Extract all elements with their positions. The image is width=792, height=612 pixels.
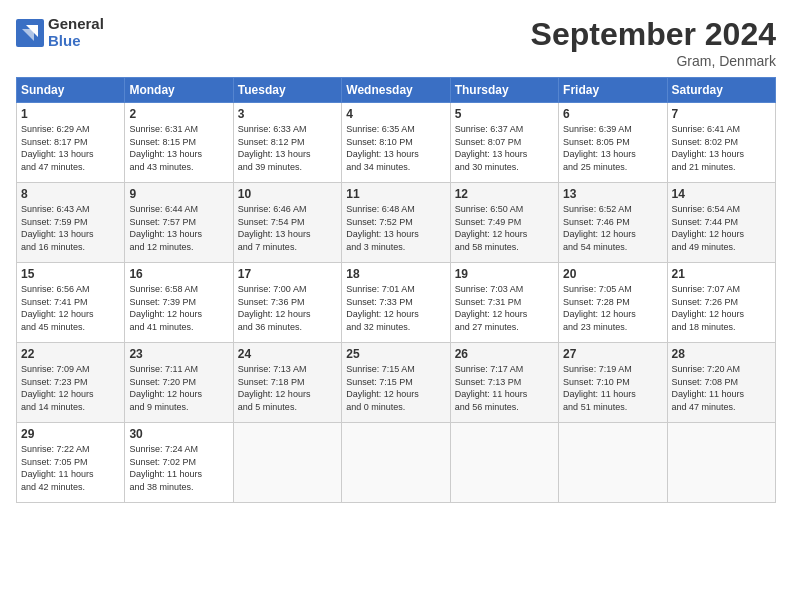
day-cell: 26Sunrise: 7:17 AM Sunset: 7:13 PM Dayli…: [450, 343, 558, 423]
day-info: Sunrise: 7:07 AM Sunset: 7:26 PM Dayligh…: [672, 283, 771, 333]
day-cell: 21Sunrise: 7:07 AM Sunset: 7:26 PM Dayli…: [667, 263, 775, 343]
week-row-0: 1Sunrise: 6:29 AM Sunset: 8:17 PM Daylig…: [17, 103, 776, 183]
day-cell: 6Sunrise: 6:39 AM Sunset: 8:05 PM Daylig…: [559, 103, 667, 183]
day-cell: 28Sunrise: 7:20 AM Sunset: 7:08 PM Dayli…: [667, 343, 775, 423]
day-cell: 19Sunrise: 7:03 AM Sunset: 7:31 PM Dayli…: [450, 263, 558, 343]
logo-blue: Blue: [48, 33, 104, 50]
day-cell: 17Sunrise: 7:00 AM Sunset: 7:36 PM Dayli…: [233, 263, 341, 343]
day-number: 16: [129, 267, 228, 281]
day-info: Sunrise: 7:11 AM Sunset: 7:20 PM Dayligh…: [129, 363, 228, 413]
day-cell: 25Sunrise: 7:15 AM Sunset: 7:15 PM Dayli…: [342, 343, 450, 423]
day-info: Sunrise: 7:05 AM Sunset: 7:28 PM Dayligh…: [563, 283, 662, 333]
day-info: Sunrise: 7:00 AM Sunset: 7:36 PM Dayligh…: [238, 283, 337, 333]
day-info: Sunrise: 6:58 AM Sunset: 7:39 PM Dayligh…: [129, 283, 228, 333]
day-number: 28: [672, 347, 771, 361]
day-number: 27: [563, 347, 662, 361]
calendar-table: SundayMondayTuesdayWednesdayThursdayFrid…: [16, 77, 776, 503]
day-number: 18: [346, 267, 445, 281]
day-info: Sunrise: 6:54 AM Sunset: 7:44 PM Dayligh…: [672, 203, 771, 253]
day-cell: 30Sunrise: 7:24 AM Sunset: 7:02 PM Dayli…: [125, 423, 233, 503]
day-number: 26: [455, 347, 554, 361]
day-info: Sunrise: 7:13 AM Sunset: 7:18 PM Dayligh…: [238, 363, 337, 413]
day-info: Sunrise: 6:41 AM Sunset: 8:02 PM Dayligh…: [672, 123, 771, 173]
day-cell: 16Sunrise: 6:58 AM Sunset: 7:39 PM Dayli…: [125, 263, 233, 343]
calendar-header: SundayMondayTuesdayWednesdayThursdayFrid…: [17, 78, 776, 103]
day-number: 8: [21, 187, 120, 201]
day-info: Sunrise: 6:31 AM Sunset: 8:15 PM Dayligh…: [129, 123, 228, 173]
day-cell: 10Sunrise: 6:46 AM Sunset: 7:54 PM Dayli…: [233, 183, 341, 263]
day-number: 5: [455, 107, 554, 121]
day-cell: [559, 423, 667, 503]
header-cell-saturday: Saturday: [667, 78, 775, 103]
day-cell: 4Sunrise: 6:35 AM Sunset: 8:10 PM Daylig…: [342, 103, 450, 183]
day-number: 11: [346, 187, 445, 201]
day-number: 23: [129, 347, 228, 361]
day-cell: 2Sunrise: 6:31 AM Sunset: 8:15 PM Daylig…: [125, 103, 233, 183]
calendar-title: September 2024: [531, 16, 776, 53]
day-info: Sunrise: 7:22 AM Sunset: 7:05 PM Dayligh…: [21, 443, 120, 493]
day-cell: 22Sunrise: 7:09 AM Sunset: 7:23 PM Dayli…: [17, 343, 125, 423]
logo-text: General Blue: [48, 16, 104, 49]
day-cell: 14Sunrise: 6:54 AM Sunset: 7:44 PM Dayli…: [667, 183, 775, 263]
day-number: 7: [672, 107, 771, 121]
day-cell: 3Sunrise: 6:33 AM Sunset: 8:12 PM Daylig…: [233, 103, 341, 183]
day-cell: 18Sunrise: 7:01 AM Sunset: 7:33 PM Dayli…: [342, 263, 450, 343]
calendar-subtitle: Gram, Denmark: [531, 53, 776, 69]
day-number: 9: [129, 187, 228, 201]
day-number: 3: [238, 107, 337, 121]
logo: General Blue: [16, 16, 104, 49]
header: General Blue September 2024 Gram, Denmar…: [16, 16, 776, 69]
day-cell: 11Sunrise: 6:48 AM Sunset: 7:52 PM Dayli…: [342, 183, 450, 263]
day-cell: 8Sunrise: 6:43 AM Sunset: 7:59 PM Daylig…: [17, 183, 125, 263]
day-info: Sunrise: 7:03 AM Sunset: 7:31 PM Dayligh…: [455, 283, 554, 333]
day-cell: [450, 423, 558, 503]
calendar-body: 1Sunrise: 6:29 AM Sunset: 8:17 PM Daylig…: [17, 103, 776, 503]
day-info: Sunrise: 7:09 AM Sunset: 7:23 PM Dayligh…: [21, 363, 120, 413]
day-cell: [667, 423, 775, 503]
header-row: SundayMondayTuesdayWednesdayThursdayFrid…: [17, 78, 776, 103]
day-number: 19: [455, 267, 554, 281]
day-info: Sunrise: 6:33 AM Sunset: 8:12 PM Dayligh…: [238, 123, 337, 173]
day-number: 1: [21, 107, 120, 121]
day-info: Sunrise: 7:01 AM Sunset: 7:33 PM Dayligh…: [346, 283, 445, 333]
title-area: September 2024 Gram, Denmark: [531, 16, 776, 69]
day-info: Sunrise: 6:48 AM Sunset: 7:52 PM Dayligh…: [346, 203, 445, 253]
header-cell-wednesday: Wednesday: [342, 78, 450, 103]
day-number: 15: [21, 267, 120, 281]
day-info: Sunrise: 7:20 AM Sunset: 7:08 PM Dayligh…: [672, 363, 771, 413]
day-number: 2: [129, 107, 228, 121]
day-info: Sunrise: 7:24 AM Sunset: 7:02 PM Dayligh…: [129, 443, 228, 493]
header-cell-thursday: Thursday: [450, 78, 558, 103]
day-info: Sunrise: 6:44 AM Sunset: 7:57 PM Dayligh…: [129, 203, 228, 253]
day-cell: [233, 423, 341, 503]
day-info: Sunrise: 7:19 AM Sunset: 7:10 PM Dayligh…: [563, 363, 662, 413]
day-cell: [342, 423, 450, 503]
day-number: 20: [563, 267, 662, 281]
day-number: 13: [563, 187, 662, 201]
header-cell-monday: Monday: [125, 78, 233, 103]
day-number: 22: [21, 347, 120, 361]
day-info: Sunrise: 6:46 AM Sunset: 7:54 PM Dayligh…: [238, 203, 337, 253]
day-info: Sunrise: 7:17 AM Sunset: 7:13 PM Dayligh…: [455, 363, 554, 413]
week-row-1: 8Sunrise: 6:43 AM Sunset: 7:59 PM Daylig…: [17, 183, 776, 263]
day-number: 14: [672, 187, 771, 201]
day-number: 4: [346, 107, 445, 121]
day-info: Sunrise: 6:52 AM Sunset: 7:46 PM Dayligh…: [563, 203, 662, 253]
day-number: 21: [672, 267, 771, 281]
day-info: Sunrise: 7:15 AM Sunset: 7:15 PM Dayligh…: [346, 363, 445, 413]
day-number: 10: [238, 187, 337, 201]
day-info: Sunrise: 6:29 AM Sunset: 8:17 PM Dayligh…: [21, 123, 120, 173]
day-number: 25: [346, 347, 445, 361]
day-number: 30: [129, 427, 228, 441]
header-cell-sunday: Sunday: [17, 78, 125, 103]
day-info: Sunrise: 6:56 AM Sunset: 7:41 PM Dayligh…: [21, 283, 120, 333]
day-cell: 9Sunrise: 6:44 AM Sunset: 7:57 PM Daylig…: [125, 183, 233, 263]
day-cell: 7Sunrise: 6:41 AM Sunset: 8:02 PM Daylig…: [667, 103, 775, 183]
day-cell: 29Sunrise: 7:22 AM Sunset: 7:05 PM Dayli…: [17, 423, 125, 503]
day-cell: 27Sunrise: 7:19 AM Sunset: 7:10 PM Dayli…: [559, 343, 667, 423]
day-cell: 1Sunrise: 6:29 AM Sunset: 8:17 PM Daylig…: [17, 103, 125, 183]
week-row-3: 22Sunrise: 7:09 AM Sunset: 7:23 PM Dayli…: [17, 343, 776, 423]
week-row-2: 15Sunrise: 6:56 AM Sunset: 7:41 PM Dayli…: [17, 263, 776, 343]
day-info: Sunrise: 6:50 AM Sunset: 7:49 PM Dayligh…: [455, 203, 554, 253]
day-info: Sunrise: 6:35 AM Sunset: 8:10 PM Dayligh…: [346, 123, 445, 173]
